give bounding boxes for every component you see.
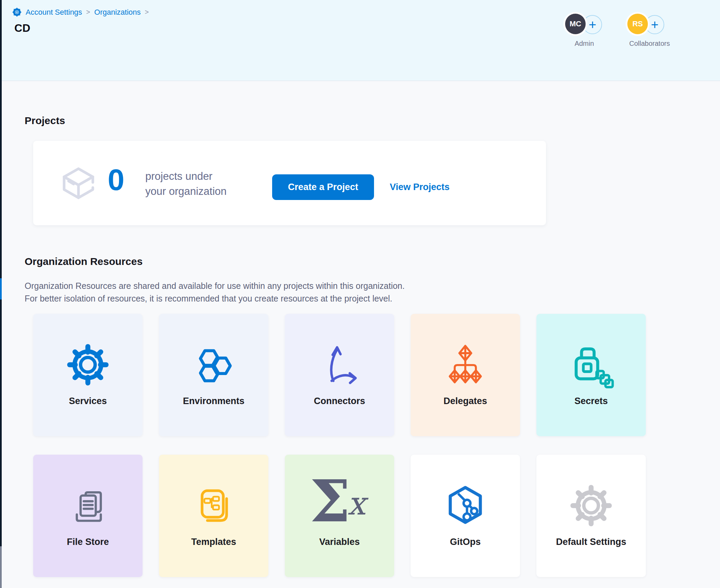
card-label: Templates [159, 537, 268, 547]
card-default-settings[interactable]: Default Settings [536, 455, 646, 577]
breadcrumb: Account Settings > Organizations > [12, 8, 149, 17]
card-label: Services [33, 396, 143, 406]
arrows-icon [317, 340, 362, 385]
nav-active-indicator[interactable] [0, 278, 2, 299]
card-label: Delegates [411, 396, 520, 406]
card-gitops[interactable]: GitOps [411, 455, 520, 577]
view-projects-link[interactable]: View Projects [390, 182, 450, 192]
card-secrets[interactable]: Secrets [536, 314, 646, 436]
card-label: Variables [285, 537, 394, 547]
card-label: Connectors [285, 396, 394, 406]
gitops-icon [443, 483, 488, 527]
breadcrumb-separator: > [145, 8, 149, 16]
card-label: GitOps [411, 537, 520, 547]
hexagons-icon [192, 344, 235, 387]
add-collaborator-button[interactable]: + [645, 15, 664, 34]
breadcrumb-account-settings[interactable]: Account Settings [26, 8, 82, 17]
breadcrumb-separator: > [86, 8, 90, 16]
admin-avatar[interactable]: MC [565, 14, 586, 34]
card-label: File Store [33, 537, 143, 547]
file-store-icon [67, 485, 108, 526]
organization-resources-description: Organization Resources are shared and av… [25, 280, 405, 305]
page-title: CD [14, 22, 30, 35]
page-header: Account Settings > Organizations > CD + … [2, 0, 720, 81]
project-cube-icon [61, 165, 96, 201]
card-environments[interactable]: Environments [159, 314, 268, 436]
card-services[interactable]: Services [33, 314, 143, 436]
gear-icon [66, 343, 109, 386]
settings-gear-icon [12, 8, 22, 17]
resources-grid: Services Environments Connectors [33, 314, 646, 577]
left-nav-rail [0, 0, 2, 588]
organization-resources-heading: Organization Resources [25, 256, 143, 267]
card-templates[interactable]: Templates [159, 455, 268, 577]
admin-label: Admin [565, 40, 603, 48]
create-project-button[interactable]: Create a Project [272, 174, 374, 200]
card-connectors[interactable]: Connectors [285, 314, 394, 436]
delegates-icon [444, 343, 487, 386]
collaborators-label: Collaborators [627, 40, 672, 48]
card-delegates[interactable]: Delegates [411, 314, 520, 436]
project-count: 0 [108, 165, 124, 195]
admin-avatar-group: + MC Admin [565, 14, 603, 48]
card-variables[interactable]: Σ x Variables [285, 455, 394, 577]
templates-icon [192, 484, 235, 527]
gear-icon [570, 484, 613, 527]
collaborator-avatar[interactable]: RS [627, 14, 648, 34]
sigma-icon: Σ x [307, 471, 372, 534]
project-count-caption: projects under your organization [145, 169, 227, 199]
projects-heading: Projects [25, 115, 65, 126]
scrollbar-thumb[interactable] [0, 546, 2, 588]
card-label: Default Settings [536, 537, 646, 547]
card-file-store[interactable]: File Store [33, 455, 143, 577]
projects-summary-card: 0 projects under your organization Creat… [33, 141, 546, 225]
card-label: Environments [159, 396, 268, 406]
add-admin-button[interactable]: + [583, 15, 602, 34]
card-label: Secrets [536, 396, 646, 406]
collaborators-avatar-group: + RS Collaborators [627, 14, 672, 48]
breadcrumb-organizations[interactable]: Organizations [94, 8, 141, 17]
lock-chain-icon [567, 340, 615, 388]
